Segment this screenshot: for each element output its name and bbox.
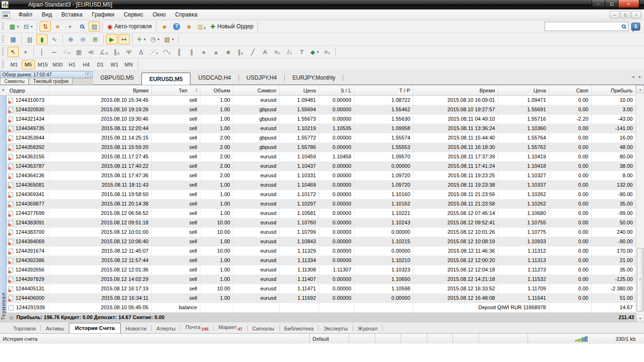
new-chart-button[interactable]: ▦▾ <box>8 21 21 32</box>
chart-tab-gbpusd-m5[interactable]: GBPUSD,M5 <box>93 73 141 83</box>
line-chart-button[interactable]: ∿ <box>49 34 60 44</box>
history-row[interactable]: 12443776992015.08.12 06:56:52sell1.00eur… <box>7 209 636 218</box>
history-row[interactable]: 12443978292015.08.12 14:02:29sell1.00eur… <box>7 275 636 284</box>
terminal-tab-маркет[interactable]: Маркет47 <box>214 322 247 334</box>
more-objects-button[interactable]: ≡F <box>322 47 333 57</box>
status-profile[interactable]: Default <box>313 336 329 342</box>
history-row[interactable]: 12443209302015.08.10 19:19:26sell1.00gbp… <box>7 105 636 115</box>
grid-tool[interactable]: ▦ <box>73 47 84 57</box>
gann-angle-tool[interactable]: ∆ <box>135 47 147 57</box>
menu-item-вставка[interactable]: Вставка <box>57 10 87 19</box>
terminal-close-icon[interactable]: × <box>0 87 6 93</box>
column-header-open-time[interactable]: Время <box>50 85 152 95</box>
candlestick-chart-button[interactable]: ▮ <box>36 34 48 44</box>
terminal-tab-торговля[interactable]: Торговля <box>8 324 41 334</box>
history-row[interactable]: 12443916742015.08.12 11:45:07sell10.00eu… <box>7 247 636 256</box>
data-window-button[interactable] <box>76 21 88 32</box>
chart-shift-toggle[interactable]: ↦ <box>118 34 130 44</box>
history-row[interactable]: 12443641362015.08.11 17:47:36sell2.00eur… <box>7 171 636 181</box>
periods-button[interactable]: ◷▾ <box>149 34 161 44</box>
menu-item-графики[interactable]: Графики <box>87 10 119 19</box>
timeframe-h1[interactable]: H1 <box>66 60 79 69</box>
vertical-scrollbar[interactable]: ▲ ≡ ▼ <box>636 85 644 322</box>
history-row[interactable]: 12443693412015.08.11 19:58:50sell1.00eur… <box>7 190 636 199</box>
mdi-close-button[interactable]: × <box>631 11 641 18</box>
terminal-tab-новости[interactable]: Новости <box>121 324 151 334</box>
column-header-tp[interactable]: T / P <box>355 85 413 95</box>
profiles-button[interactable]: ⊟▾ <box>22 21 34 32</box>
chart-tab-eurusd-m5[interactable]: EURUSD,M5 <box>141 73 191 85</box>
terminal-tab-история-счета[interactable]: История Счета <box>69 323 121 334</box>
toolbar-grip[interactable] <box>2 48 4 56</box>
gann-line-tool[interactable]: ∠G <box>98 47 110 57</box>
horizontal-line-tool[interactable]: ─ <box>49 47 60 57</box>
terminal-tab-эксперты[interactable]: Эксперты <box>319 324 352 334</box>
fibo-timezones-tool[interactable]: ║ <box>173 47 185 57</box>
history-row[interactable]: 12443631552015.08.11 17:27:45sell2.00eur… <box>7 152 636 162</box>
history-row[interactable]: 12443926562015.08.12 12:01:36sell1.00eur… <box>7 265 636 275</box>
terminal-tab-сигналы[interactable]: Сигналы <box>248 324 279 334</box>
timeframe-w1[interactable]: W1 <box>108 60 121 69</box>
terminal-tab-активы[interactable]: Активы <box>41 324 69 334</box>
search-input[interactable] <box>547 23 622 30</box>
history-row[interactable]: 12443497352015.08.11 12:20:44sell1.00eur… <box>7 124 636 133</box>
chart-tab-eurjpy-monthly[interactable]: EURJPY,Monthly <box>285 73 343 83</box>
trendline-tool[interactable]: ╱ <box>247 47 258 57</box>
favorites-button[interactable]: ★ <box>52 21 63 32</box>
menu-item-сервис[interactable]: Сервис <box>119 10 148 19</box>
eraser-button[interactable]: ⬥ <box>159 21 170 32</box>
restore-button[interactable]: ◱ <box>605 0 618 8</box>
history-row[interactable]: 12443539442015.08.11 14:25:15sell2.00gbp… <box>7 133 636 143</box>
timeframe-m30[interactable]: M30 <box>50 60 64 69</box>
tab-scroll-right-icon[interactable]: ► <box>638 74 642 79</box>
toolbar-grip[interactable] <box>2 35 4 43</box>
column-header-swap[interactable]: Своп <box>549 85 592 95</box>
vertical-line-tool[interactable]: │ <box>36 47 48 57</box>
column-header-type[interactable]: Тип/ <box>152 85 200 95</box>
history-row[interactable]: 12443840692015.08.12 10:06:40sell1.00eur… <box>7 237 636 247</box>
parallel-lines-tool[interactable]: ∥ <box>186 47 197 57</box>
history-row[interactable]: 12443837002015.08.12 10:01:00sell10.00eu… <box>7 228 636 237</box>
timeframe-mn[interactable]: MN <box>122 60 135 69</box>
timeframe-m15[interactable]: M15 <box>36 60 50 69</box>
column-header-close-price[interactable]: Цена <box>498 85 549 95</box>
notifications-button[interactable]: 5 <box>631 23 640 31</box>
history-row[interactable]: 12443583922015.08.11 15:59:20sell2.00gbp… <box>7 143 636 152</box>
menu-item-окно[interactable]: Окно <box>148 10 171 19</box>
minimize-button[interactable]: — <box>592 0 605 8</box>
navigator-toggle[interactable]: ▤ <box>89 21 100 32</box>
terminal-tab-алерты[interactable]: Алерты <box>152 324 180 334</box>
pitchfork-tool[interactable]: Ψ <box>123 47 134 57</box>
mdi-restore-button[interactable]: ◱ <box>620 11 630 18</box>
indicators-button[interactable]: ✛▾ <box>135 34 148 44</box>
new-order-button[interactable]: ✚Новый Ордер <box>208 21 255 32</box>
rectangle-tool[interactable]: ■ <box>223 47 234 57</box>
fibo-channel-tool[interactable]: ∥D <box>111 47 122 57</box>
column-header-open-price[interactable]: Цена <box>280 85 319 95</box>
autotrading-button[interactable]: ◉Авто-торговля <box>105 21 154 32</box>
timeframe-h4[interactable]: H4 <box>80 60 93 69</box>
zoom-out-button[interactable]: ⊖ <box>77 34 89 44</box>
terminal-tab-журнал[interactable]: Журнал <box>353 324 382 334</box>
timeframe-d1[interactable]: D1 <box>94 60 107 69</box>
fibo-expansion-tool[interactable]: ≡F <box>272 47 283 57</box>
fibo-lines-tool[interactable]: ⫽F <box>284 47 295 57</box>
arrows-tool[interactable]: ◆▾ <box>308 47 321 57</box>
column-header-profit[interactable]: Прибыль <box>592 85 636 95</box>
scrollbar-thumb[interactable]: ≡ <box>637 248 644 312</box>
fan-lines-tool[interactable]: ≪ <box>85 47 97 57</box>
zoom-in-button[interactable]: ⊕ <box>65 34 76 44</box>
crosshair-button[interactable]: + <box>64 21 75 32</box>
terminal-tab-библиотека[interactable]: Библиотека <box>280 324 319 334</box>
history-row[interactable]: 12443698772015.08.11 20:14:38sell1.00eur… <box>7 199 636 209</box>
timeframe-m1[interactable]: M1 <box>8 60 21 69</box>
history-row[interactable]: 12444051312015.08.12 16:17:19sell10.00eu… <box>7 284 636 294</box>
fibo-retracement-tool[interactable]: ⁙F <box>61 47 72 57</box>
menu-item-вид[interactable]: Вид <box>37 10 57 19</box>
terminal-tab-почта[interactable]: Почта245 <box>181 322 213 334</box>
triangle-tool[interactable]: ▲ <box>210 47 222 57</box>
market-watch-toggle[interactable]: ⇅ <box>40 21 51 32</box>
column-header-sl[interactable]: S / L <box>319 85 355 95</box>
text-label-tool[interactable]: T <box>296 47 307 57</box>
toolbar-grip[interactable] <box>2 22 4 31</box>
